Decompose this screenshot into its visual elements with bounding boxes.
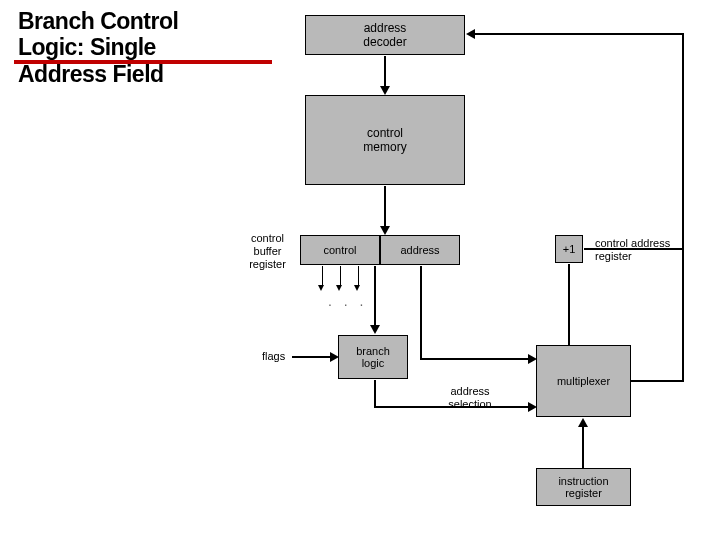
arrow-memory-to-buffer <box>384 186 386 226</box>
label-plus-one: +1 <box>563 243 576 255</box>
line-feedback-up <box>682 33 684 250</box>
line-addr-to-mux-v <box>420 266 422 360</box>
ctrl-out-2h <box>336 285 342 291</box>
line-flags <box>292 356 332 358</box>
line-mux-to-plus1 <box>568 264 570 345</box>
line-mux-up-to-car <box>682 250 684 382</box>
title-line-3: Address Field <box>18 61 164 87</box>
label-control-memory: control memory <box>363 126 406 154</box>
line-branch-down <box>374 380 376 408</box>
label-branch-logic: branch logic <box>356 345 390 369</box>
arrowhead-ctrl-to-branch <box>370 325 380 334</box>
label-flags: flags <box>262 350 285 363</box>
arrowhead-memory-to-buffer <box>380 226 390 235</box>
arrowhead-into-decoder <box>466 29 475 39</box>
arrow-decoder-to-memory <box>384 56 386 86</box>
ctrl-out-3h <box>354 285 360 291</box>
block-control-field: control <box>300 235 380 265</box>
label-address-decoder: address decoder <box>363 21 406 49</box>
dots-control-output: . . . <box>328 293 367 309</box>
ctrl-out-1 <box>322 266 323 286</box>
label-address-field: address <box>400 244 439 256</box>
label-control-address-register: control address register <box>595 237 695 263</box>
diagram-canvas: address decoder control memory control b… <box>250 0 720 540</box>
label-control-field: control <box>323 244 356 256</box>
line-addr-to-mux-h <box>420 358 530 360</box>
title-line-1: Branch Control <box>18 8 178 34</box>
ctrl-out-1h <box>318 285 324 291</box>
block-plus-one: +1 <box>555 235 583 263</box>
label-multiplexer: multiplexer <box>557 375 610 387</box>
ctrl-out-2 <box>340 266 341 286</box>
ctrl-out-3 <box>358 266 359 286</box>
block-control-memory: control memory <box>305 95 465 185</box>
block-multiplexer: multiplexer <box>536 345 631 417</box>
label-address-selection: address selection <box>435 385 505 411</box>
block-instruction-register: instruction register <box>536 468 631 506</box>
arrowhead-decoder-to-memory <box>380 86 390 95</box>
arrowhead-ir-to-mux <box>578 418 588 427</box>
line-feedback-top <box>474 33 684 35</box>
block-address-decoder: address decoder <box>305 15 465 55</box>
block-branch-logic: branch logic <box>338 335 408 379</box>
title-line-2: Logic: Single <box>18 34 156 60</box>
page-title: Branch Control Logic: Single Address Fie… <box>18 8 178 87</box>
line-mux-right <box>631 380 684 382</box>
label-control-buffer-register: control buffer register <box>240 232 295 272</box>
line-car-right <box>584 248 684 250</box>
label-instruction-register: instruction register <box>558 475 608 499</box>
title-underline <box>14 60 272 64</box>
line-ctrl-to-branch-v <box>374 266 376 326</box>
block-address-field: address <box>380 235 460 265</box>
line-ir-to-mux <box>582 426 584 468</box>
